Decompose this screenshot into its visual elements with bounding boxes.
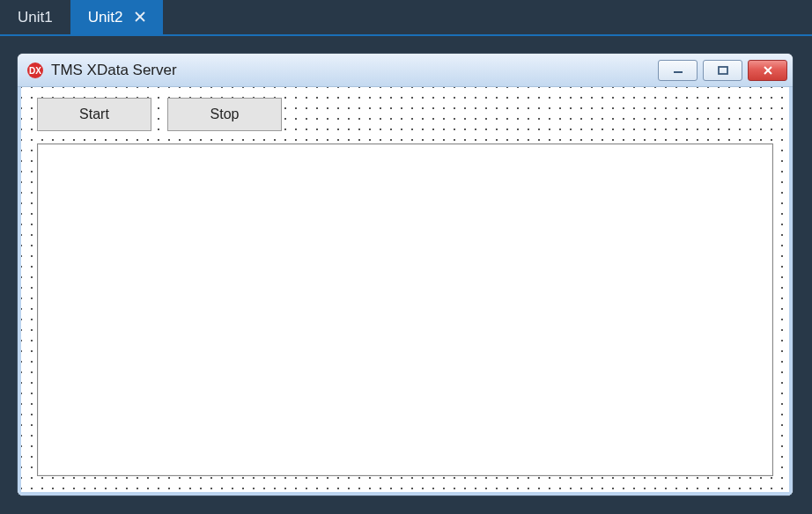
toolbar-row: Start Stop (37, 98, 773, 131)
window-title: TMS XData Server (51, 62, 658, 79)
svg-text:DX: DX (29, 66, 41, 76)
stop-button[interactable]: Stop (167, 98, 282, 131)
close-icon[interactable] (135, 11, 145, 24)
tab-bar: Unit1 Unit2 (0, 0, 812, 36)
form-body[interactable]: Start Stop (18, 87, 793, 496)
maximize-button[interactable] (703, 60, 742, 81)
design-surface: DX TMS XData Server (0, 36, 812, 514)
window-controls (658, 60, 787, 81)
tab-unit2[interactable]: Unit2 (70, 0, 164, 34)
close-button[interactable] (748, 60, 787, 81)
dx-icon: DX (26, 62, 44, 79)
form-window[interactable]: DX TMS XData Server (18, 54, 793, 496)
svg-rect-5 (719, 67, 727, 74)
memo-area[interactable] (37, 143, 773, 476)
tab-unit1[interactable]: Unit1 (0, 0, 70, 34)
svg-rect-4 (674, 71, 683, 73)
tab-label: Unit2 (88, 9, 123, 26)
start-button[interactable]: Start (37, 98, 151, 131)
tab-label: Unit1 (18, 9, 53, 26)
titlebar[interactable]: DX TMS XData Server (18, 54, 793, 87)
minimize-button[interactable] (658, 60, 698, 81)
